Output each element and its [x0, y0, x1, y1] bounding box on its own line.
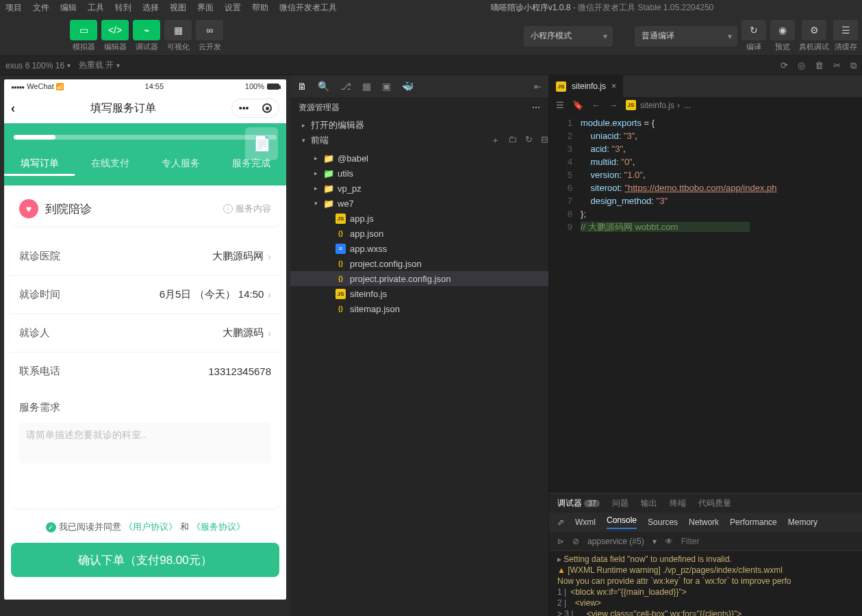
new-file-icon[interactable]: ＋	[491, 134, 500, 146]
crumb-bookmark-icon[interactable]: 🔖	[572, 100, 583, 110]
visual-button[interactable]: ▦	[164, 20, 192, 40]
tree-file[interactable]: app.json	[290, 226, 548, 241]
menu-wxdev[interactable]: 微信开发者工具	[274, 2, 342, 14]
compile-mode-select[interactable]: 普通编译	[635, 26, 737, 47]
compile-button[interactable]: ↻	[741, 20, 766, 40]
devtab-memory[interactable]: Memory	[788, 517, 817, 527]
form-field[interactable]: 联系电话13312345678	[10, 352, 281, 390]
menu-settings[interactable]: 设置	[219, 2, 246, 14]
tree-folder[interactable]: ▸utils	[290, 166, 548, 181]
more-icon[interactable]: •••	[239, 103, 249, 114]
tree-folder[interactable]: ▸@babel	[290, 151, 548, 166]
menu-tool[interactable]: 工具	[82, 2, 110, 14]
tab-search-icon[interactable]: 🔍	[318, 81, 329, 92]
dbg-tab-output[interactable]: 输出	[641, 498, 657, 509]
collapse-icon[interactable]: ⊟	[541, 134, 548, 146]
clear-console-icon[interactable]: ⊘	[572, 537, 579, 546]
step-1[interactable]: 填写订单	[4, 153, 75, 176]
form-field[interactable]: 就诊时间6月5日 （今天） 14:50›	[10, 275, 281, 313]
dbg-tab-debugger[interactable]: 调试器 37	[557, 498, 600, 509]
close-miniprogram-icon[interactable]	[262, 103, 272, 113]
capsule[interactable]: •••	[231, 99, 279, 118]
record-icon[interactable]: ◎	[798, 60, 805, 71]
tab-docker-icon[interactable]: 🐳	[402, 81, 414, 92]
clear-cache-button[interactable]: ☰	[833, 20, 858, 40]
refresh-icon[interactable]: ↻	[525, 134, 533, 146]
mode-select[interactable]: 小程序模式	[524, 26, 613, 47]
tree-file[interactable]: sitemap.json	[290, 301, 548, 316]
menu-file[interactable]: 文件	[27, 2, 55, 14]
service-content-link[interactable]: i服务内容	[223, 203, 271, 215]
menu-project[interactable]: 项目	[0, 2, 27, 14]
menu-edit[interactable]: 编辑	[55, 2, 82, 14]
open-editors-section[interactable]: ▸打开的编辑器	[290, 118, 548, 133]
detach-icon[interactable]: ⧉	[850, 60, 857, 71]
crumb-forward-icon[interactable]: →	[609, 100, 618, 110]
tree-file[interactable]: project.private.config.json	[290, 271, 548, 286]
device-row: exus 6 100% 16 热重载 开 ⟳ ◎ 🗑 ✂ ⧉	[0, 56, 862, 75]
user-agreement-link[interactable]: 《用户协议》	[124, 521, 177, 533]
explorer-menu-icon[interactable]: ⋯	[532, 103, 540, 112]
device-select[interactable]: exus 6 100% 16	[5, 61, 71, 70]
close-tab-icon[interactable]: ×	[611, 81, 616, 91]
tree-file[interactable]: siteinfo.js	[290, 286, 548, 301]
menu-help[interactable]: 帮助	[246, 2, 274, 14]
step-4[interactable]: 服务完成	[216, 153, 286, 176]
window-title: 嘀嗒陪诊小程序v1.0.8 - 微信开发者工具 Stable 1.05.2204…	[342, 2, 862, 14]
dbg-tab-terminal[interactable]: 终端	[670, 498, 686, 509]
filter-input[interactable]	[681, 537, 854, 546]
cloud-button[interactable]: ∞	[196, 20, 223, 40]
new-folder-icon[interactable]: 🗀	[508, 134, 517, 146]
dbg-tab-quality[interactable]: 代码质量	[698, 498, 731, 509]
menu-select[interactable]: 选择	[137, 2, 164, 14]
step-2[interactable]: 在线支付	[75, 153, 145, 176]
tab-ext-icon[interactable]: ▦	[362, 81, 371, 92]
form-field[interactable]: 就诊医院大鹏源码网›	[10, 238, 281, 275]
json-icon	[335, 259, 346, 269]
menu-goto[interactable]: 转到	[110, 2, 137, 14]
crumb-menu-icon[interactable]: ☰	[556, 100, 564, 110]
eye-icon[interactable]: 👁	[665, 537, 673, 546]
sidebar-collapse-icon[interactable]: ⇤	[534, 81, 542, 92]
crumb-back-icon[interactable]: ←	[592, 100, 600, 110]
requirements-textarea[interactable]: 请简单描述您要就诊的科室..	[19, 422, 271, 463]
simulator-button[interactable]: ▭	[70, 20, 97, 40]
submit-button[interactable]: 确认下单（支付98.00元）	[11, 543, 279, 577]
service-agreement-link[interactable]: 《服务协议》	[192, 521, 245, 533]
tab-branch-icon[interactable]: ⎇	[340, 81, 351, 92]
rotate-icon[interactable]: ⟳	[781, 60, 788, 71]
devtab-sources[interactable]: Sources	[648, 517, 678, 527]
devtab-console[interactable]: Console	[607, 515, 637, 529]
agreement-row[interactable]: ✓ 我已阅读并同意 《用户协议》 和 《服务协议》	[4, 521, 286, 533]
play-icon[interactable]: ⊳	[557, 537, 564, 546]
preview-button[interactable]: ◉	[770, 20, 795, 40]
devtab-network[interactable]: Network	[689, 517, 719, 527]
tree-folder[interactable]: ▸vp_pz	[290, 181, 548, 196]
code-area[interactable]: module.exports = { uniacid: "3", acid: "…	[581, 114, 776, 493]
root-folder[interactable]: ▾前端 ＋🗀↻⊟	[290, 133, 548, 148]
editor-button[interactable]: </>	[101, 20, 129, 40]
debugger-button[interactable]: ⌁	[133, 20, 160, 40]
remote-debug-button[interactable]: ⚙	[802, 20, 826, 40]
form-field[interactable]: 就诊人大鹏源码›	[10, 313, 281, 352]
tree-file[interactable]: app.js	[290, 211, 548, 226]
hot-reload-select[interactable]: 热重载 开	[79, 60, 120, 71]
dbg-tab-problems[interactable]: 问题	[612, 498, 629, 509]
menu-view[interactable]: 视图	[164, 2, 192, 14]
tree-folder[interactable]: ▾we7	[290, 196, 548, 211]
tree-file[interactable]: app.wxss	[290, 241, 548, 256]
scope-select[interactable]: appservice (#5)	[587, 537, 644, 546]
inspect-icon[interactable]: ⬀	[557, 517, 564, 527]
devtab-performance[interactable]: Performance	[730, 517, 777, 527]
devtab-wxml[interactable]: Wxml	[575, 517, 596, 527]
cut-icon[interactable]: ✂	[833, 60, 841, 71]
tab-files-icon[interactable]: 🗎	[297, 81, 307, 92]
step-3[interactable]: 专人服务	[145, 153, 216, 176]
mute-icon[interactable]: 🗑	[815, 60, 824, 71]
menu-ui[interactable]: 界面	[192, 2, 219, 14]
tab-component-icon[interactable]: ▣	[382, 81, 391, 92]
editor-tab-siteinfo[interactable]: siteinfo.js ×	[549, 75, 623, 97]
tree-file[interactable]: project.config.json	[290, 256, 548, 271]
console-output[interactable]: Setting data field "now" to undefined is…	[549, 551, 862, 616]
check-icon[interactable]: ✓	[46, 522, 56, 532]
